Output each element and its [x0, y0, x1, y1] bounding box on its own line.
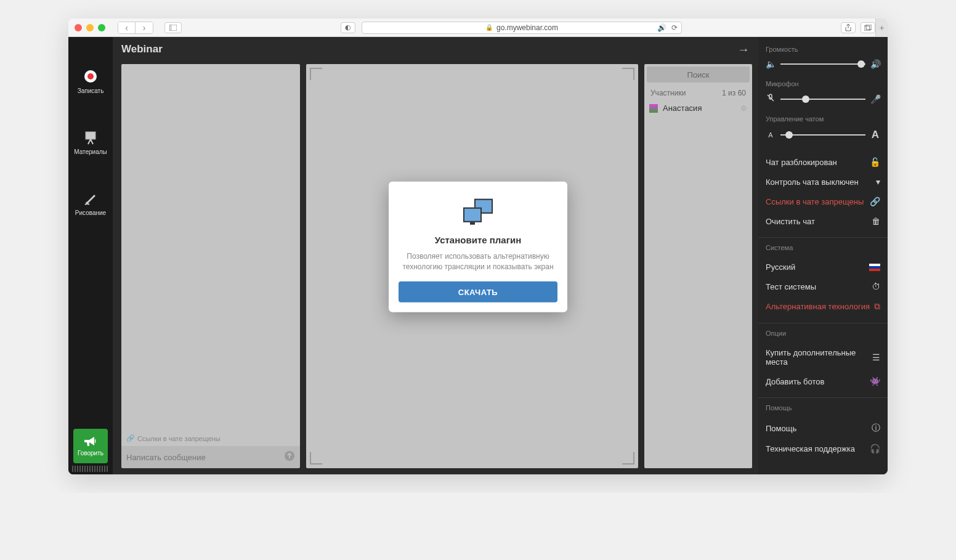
- alt-tech-label: Альтернативная технология: [766, 302, 870, 311]
- forward-button[interactable]: ›: [136, 22, 153, 33]
- record-button[interactable]: Записать: [78, 68, 104, 94]
- chat-column: 🔗 Ссылки в чате запрещены Написать сообщ…: [121, 64, 300, 468]
- left-sidebar: Записать Материалы Рисование Говорить: [68, 37, 113, 474]
- modal-text: Позволяет использовать альтернативную те…: [399, 251, 557, 272]
- mic-slider[interactable]: [780, 99, 865, 100]
- share-button[interactable]: [841, 22, 856, 33]
- tabs-button[interactable]: [861, 22, 875, 33]
- install-plugin-modal: Установите плагин Позволяет использовать…: [389, 182, 567, 313]
- system-test-button[interactable]: Тест системы ⏱: [766, 277, 880, 296]
- url-text: go.mywebinar.com: [496, 23, 558, 32]
- minimize-window-button[interactable]: [86, 24, 94, 31]
- main-header: Webinar →: [113, 37, 758, 62]
- seats-icon: ☰: [872, 352, 880, 362]
- font-size-slider[interactable]: [780, 134, 865, 136]
- support-label: Техническая поддержка: [766, 444, 855, 453]
- mic-mute-icon[interactable]: [766, 94, 776, 104]
- speak-button[interactable]: Говорить: [73, 429, 108, 463]
- chat-send-button[interactable]: [284, 450, 295, 465]
- funnel-icon: ▾: [876, 177, 880, 187]
- easel-icon: [82, 129, 99, 146]
- drawing-label: Рисование: [75, 209, 106, 216]
- browser-titlebar: ‹ › ◐ 🔒 go.mywebinar.com 🔊 ⟳: [68, 18, 888, 37]
- chat-mgmt-label: Управление чатом: [766, 115, 880, 123]
- materials-button[interactable]: Материалы: [74, 129, 107, 155]
- font-small-icon[interactable]: A: [766, 131, 776, 139]
- speak-label: Говорить: [78, 450, 103, 457]
- audio-icon[interactable]: 🔊: [657, 23, 666, 32]
- reload-icon[interactable]: ⟳: [671, 23, 678, 32]
- chat-input-row: Написать сообщение: [121, 446, 300, 468]
- back-button[interactable]: ‹: [118, 22, 136, 33]
- help-section-label: Помощь: [766, 404, 880, 412]
- lock-icon: 🔒: [485, 24, 493, 31]
- volume-max-icon[interactable]: 🔊: [870, 59, 880, 69]
- flag-ru-icon: [869, 264, 880, 271]
- materials-label: Материалы: [74, 148, 107, 155]
- participants-search[interactable]: Поиск: [647, 67, 750, 83]
- sidebar-toggle-button[interactable]: [164, 22, 182, 33]
- help-button[interactable]: Помощь ⓘ: [766, 418, 880, 439]
- settings-panel: Громкость 🔈 🔊 Микрофон 🎤 Управление чато…: [758, 37, 888, 474]
- link-icon: 🔗: [870, 197, 880, 206]
- participants-column: Поиск Участники 1 из 60 Анастасия ⚙: [644, 64, 752, 468]
- volume-slider[interactable]: [780, 63, 865, 65]
- participants-count: 1 из 60: [722, 89, 746, 97]
- mic-icon[interactable]: 🎤: [870, 94, 880, 104]
- svg-rect-3: [866, 25, 872, 30]
- drawing-button[interactable]: Рисование: [75, 190, 106, 216]
- chat-unlock-label: Чат разблокирован: [766, 158, 837, 167]
- language-label: Русский: [766, 262, 795, 272]
- volume-mute-icon[interactable]: 🔈: [766, 59, 776, 69]
- clear-chat-button[interactable]: Очистить чат 🗑: [766, 211, 880, 231]
- corner-marker: [310, 452, 322, 465]
- chat-unlock-toggle[interactable]: Чат разблокирован 🔓: [766, 152, 880, 172]
- link-icon: 🔗: [126, 434, 135, 442]
- megaphone-icon: [83, 436, 98, 448]
- add-bots-button[interactable]: Добавить ботов 👾: [766, 371, 880, 391]
- webinar-title: Webinar: [121, 43, 163, 55]
- download-button[interactable]: СКАЧАТЬ: [399, 282, 557, 302]
- avatar: [649, 104, 658, 113]
- volume-label: Громкость: [766, 46, 880, 53]
- chat-input[interactable]: Написать сообщение: [126, 453, 279, 462]
- participants-label: Участники: [650, 89, 686, 97]
- record-icon: [82, 68, 99, 85]
- unlock-icon: 🔓: [870, 157, 880, 167]
- language-select[interactable]: Русский: [766, 258, 880, 277]
- record-label: Записать: [78, 87, 104, 94]
- font-large-icon[interactable]: A: [870, 129, 880, 141]
- participant-name: Анастасия: [663, 103, 702, 113]
- expand-icon[interactable]: →: [737, 43, 750, 57]
- buy-seats-label: Купить дополнительные места: [766, 348, 872, 367]
- close-window-button[interactable]: [75, 24, 82, 31]
- corner-marker: [622, 452, 634, 465]
- support-button[interactable]: Техническая поддержка 🎧: [766, 439, 880, 458]
- headset-icon: 🎧: [870, 444, 880, 453]
- corner-marker: [622, 68, 634, 80]
- gauge-icon: ⏱: [872, 282, 880, 291]
- chat-links-locked-notice: 🔗 Ссылки в чате запрещены: [121, 431, 300, 446]
- clear-chat-label: Очистить чат: [766, 217, 815, 226]
- trash-icon: 🗑: [872, 216, 880, 226]
- svg-point-5: [87, 73, 94, 79]
- svg-rect-1: [169, 25, 172, 31]
- participant-row[interactable]: Анастасия ⚙: [644, 101, 752, 115]
- info-icon: ⓘ: [872, 423, 880, 434]
- alt-tech-button[interactable]: Альтернативная технология ⧉: [766, 296, 880, 317]
- maximize-window-button[interactable]: [98, 24, 105, 31]
- chat-messages-area: 🔗 Ссылки в чате запрещены: [121, 64, 300, 446]
- url-bar[interactable]: 🔒 go.mywebinar.com 🔊 ⟳: [362, 22, 682, 34]
- participants-header: Участники 1 из 60: [644, 85, 752, 101]
- buy-seats-button[interactable]: Купить дополнительные места ☰: [766, 343, 880, 371]
- chat-control-toggle[interactable]: Контроль чата выключен ▾: [766, 172, 880, 192]
- system-label: Система: [766, 244, 880, 251]
- new-tab-button[interactable]: +: [875, 18, 888, 37]
- chat-links-toggle[interactable]: Ссылки в чате запрещены 🔗: [766, 192, 880, 211]
- chat-links-label: Ссылки в чате запрещены: [766, 197, 864, 206]
- help-item-label: Помощь: [766, 424, 796, 433]
- chat-links-locked-text: Ссылки в чате запрещены: [137, 435, 221, 442]
- reader-mode-button[interactable]: ◐: [341, 22, 355, 33]
- gear-icon[interactable]: ⚙: [740, 104, 747, 113]
- window-controls: [75, 24, 105, 31]
